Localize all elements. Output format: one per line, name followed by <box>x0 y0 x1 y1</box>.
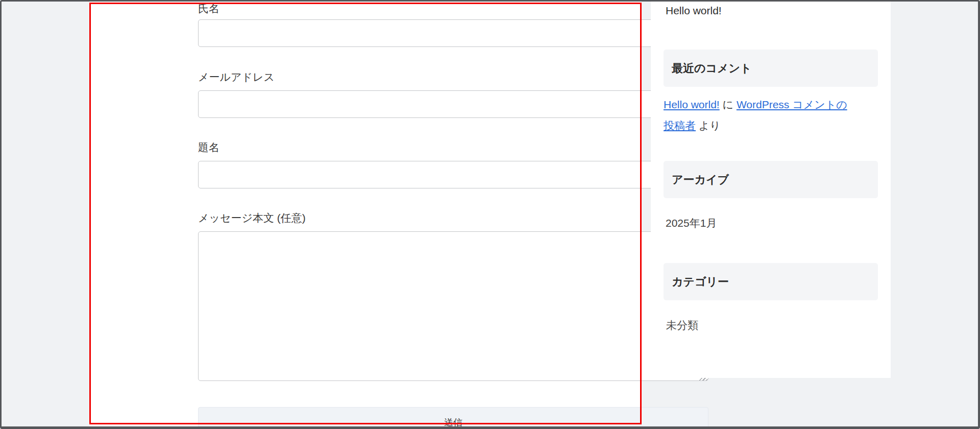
archive-link[interactable]: 2025年1月 <box>666 217 717 230</box>
email-field-label: メールアドレス <box>198 70 275 84</box>
submit-button[interactable]: 送信 <box>198 407 708 429</box>
comment-author-link-continued[interactable]: 投稿者 <box>664 120 696 131</box>
name-field-label: 氏名 <box>198 2 219 15</box>
widget-header-recent-comments: 最近のコメント <box>664 50 878 87</box>
main-content-area: 氏名 メールアドレス 題名 メッセージ本文 (任意) 送信 <box>89 0 642 429</box>
message-textarea[interactable] <box>198 231 708 381</box>
category-link[interactable]: 未分類 <box>666 319 698 332</box>
comment-author-link[interactable]: WordPress コメントの <box>737 99 847 110</box>
comment-post-link[interactable]: Hello world! <box>664 99 720 110</box>
message-field-label: メッセージ本文 (任意) <box>198 211 306 225</box>
widget-title: 最近のコメント <box>672 61 752 76</box>
comment-suffix-text: より <box>696 120 721 131</box>
widget-title: カテゴリー <box>672 274 729 290</box>
comment-connector-text: に <box>720 99 737 110</box>
widget-header-archives: アーカイブ <box>664 161 878 198</box>
widget-title: アーカイブ <box>672 172 729 187</box>
widget-header-categories: カテゴリー <box>664 263 878 300</box>
name-input[interactable] <box>198 19 708 47</box>
sidebar-recent-post-link[interactable]: Hello world! <box>666 4 722 17</box>
recent-comment-item: Hello world! に WordPress コメントの 投稿者 より <box>664 94 883 136</box>
subject-field-label: 題名 <box>198 141 219 154</box>
page: 氏名 メールアドレス 題名 メッセージ本文 (任意) 送信 Hello worl… <box>0 0 980 429</box>
subject-input[interactable] <box>198 161 708 188</box>
email-input[interactable] <box>198 90 708 118</box>
